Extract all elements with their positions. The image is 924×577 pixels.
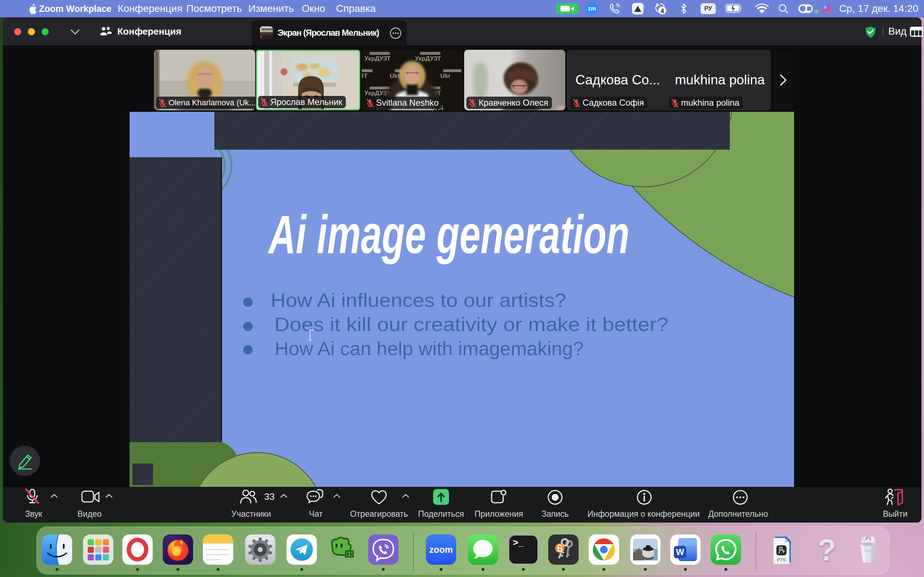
svg-text:How Ai can help with imagemaki: How Ai can help with imagemaking?: [275, 338, 584, 359]
svg-text:Ai image generation: Ai image generation: [267, 204, 630, 265]
svg-text:W: W: [676, 547, 684, 557]
svg-text:Does it kill our creativity or: Does it kill our creativity or make it b…: [274, 314, 669, 335]
svg-text:P7S: P7S: [777, 557, 786, 562]
svg-text:Ukr: Ukr: [440, 73, 451, 79]
svg-text:4: 4: [661, 8, 664, 15]
svg-text:УкрДУЗТ: УкрДУЗТ: [415, 55, 441, 62]
svg-text:SURT: SURT: [362, 73, 368, 79]
svg-text:УкрДУЗТ: УкрДУЗТ: [365, 55, 391, 62]
svg-text:How Ai influences to our artis: How Ai influences to our artists?: [271, 290, 566, 311]
